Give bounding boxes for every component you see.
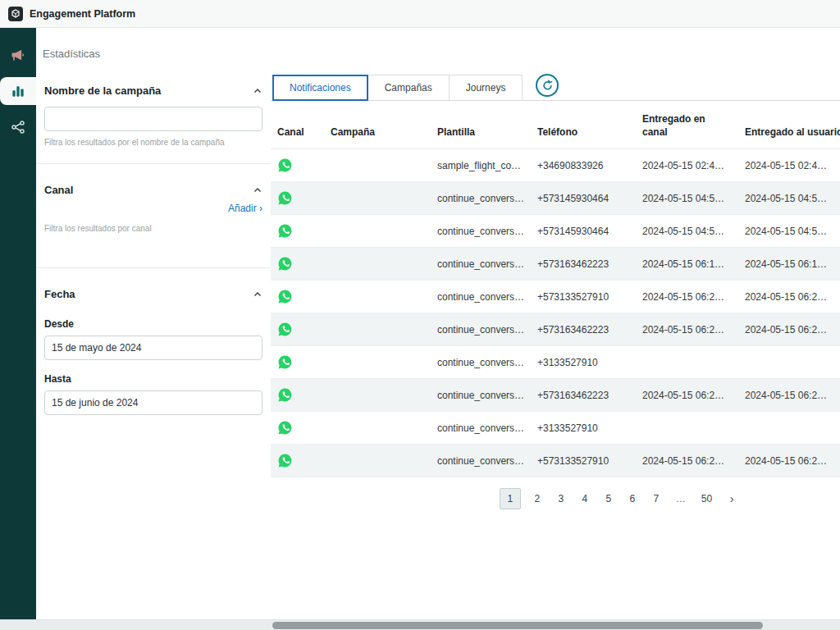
chevron-up-icon[interactable] xyxy=(253,86,262,96)
sidebar-item-journeys[interactable] xyxy=(0,113,36,141)
table-row[interactable]: continue_convers…+3133527910 xyxy=(271,412,840,445)
table-row[interactable]: continue_convers…+5731335279102024-05-15… xyxy=(271,445,840,477)
delivered-channel-cell xyxy=(636,412,738,445)
delivered-channel-cell xyxy=(636,346,738,379)
delivered-user-cell xyxy=(738,412,840,445)
campaign-cell xyxy=(324,313,431,346)
channel-cell xyxy=(271,215,324,248)
channel-label: Canal xyxy=(44,184,73,196)
filters-panel: Nombre de la campaña Filtra los resultad… xyxy=(36,60,271,630)
template-cell: continue_convers… xyxy=(431,215,531,248)
divider xyxy=(36,163,271,164)
template-cell: continue_convers… xyxy=(431,412,531,445)
template-cell: continue_convers… xyxy=(431,379,531,412)
delivered-channel-cell: 2024-05-15 02:4… xyxy=(636,149,738,182)
notifications-table: CanalCampañaPlantillaTeléfonoEntregado e… xyxy=(271,101,840,477)
page-50-button[interactable]: 50 xyxy=(698,489,715,509)
date-to-label: Hasta xyxy=(44,373,262,385)
whatsapp-icon xyxy=(277,420,293,436)
table-row[interactable]: continue_convers…+5731335279102024-05-15… xyxy=(271,281,840,313)
template-cell: continue_convers… xyxy=(431,248,531,281)
phone-cell: +573163462223 xyxy=(531,248,636,281)
page-6-button[interactable]: 6 xyxy=(625,489,640,509)
column-header: Entregado al usuario xyxy=(738,101,840,149)
template-cell: continue_convers… xyxy=(431,313,531,346)
campaign-cell xyxy=(324,412,431,445)
tab-journeys[interactable]: Journeys xyxy=(449,75,523,101)
template-cell: sample_flight_co… xyxy=(431,149,531,182)
column-header: Campaña xyxy=(324,101,431,149)
template-cell: continue_convers… xyxy=(431,281,531,313)
table-row[interactable]: continue_convers…+5731634622232024-05-15… xyxy=(271,248,840,281)
phone-cell: +573145930464 xyxy=(531,182,636,215)
whatsapp-icon xyxy=(277,190,293,206)
phone-cell: +3133527910 xyxy=(531,346,636,379)
engagement-platform-window: Engagement Platform xyxy=(0,0,840,630)
sidebar-item-statistics[interactable] xyxy=(0,77,36,105)
filter-section-date[interactable]: Fecha xyxy=(44,288,262,300)
campaign-cell xyxy=(324,379,431,412)
pagination-ellipsis: … xyxy=(673,489,689,509)
filter-section-campaign-name[interactable]: Nombre de la campaña xyxy=(44,84,262,97)
table-header-row: CanalCampañaPlantillaTeléfonoEntregado e… xyxy=(271,101,840,149)
tab-notificaciones[interactable]: Notificaciones xyxy=(272,75,368,101)
page-3-button[interactable]: 3 xyxy=(554,489,568,509)
column-header: Canal xyxy=(271,101,324,149)
whatsapp-icon xyxy=(277,387,293,403)
column-header: Teléfono xyxy=(531,101,636,149)
megaphone-icon xyxy=(10,47,26,63)
delivered-user-cell: 2024-05-15 02:4… xyxy=(738,149,840,182)
phone-cell: +3133527910 xyxy=(531,412,636,445)
table-row[interactable]: sample_flight_co…+346908339262024-05-15 … xyxy=(271,149,840,182)
page-title: Estadísticas xyxy=(36,28,840,60)
pagination: 1234567…50› xyxy=(335,487,840,509)
whatsapp-icon xyxy=(277,453,293,468)
sidebar xyxy=(0,28,36,630)
sidebar-item-campaigns[interactable] xyxy=(0,41,36,69)
campaign-name-input[interactable] xyxy=(44,107,262,131)
bar-chart-icon xyxy=(10,83,26,99)
page-4-button[interactable]: 4 xyxy=(578,489,592,509)
phone-cell: +573133527910 xyxy=(531,445,636,477)
journeys-flow-icon xyxy=(10,119,26,135)
delivered-user-cell xyxy=(738,346,840,379)
delivered-channel-cell: 2024-05-15 04:5… xyxy=(636,215,738,248)
channel-cell xyxy=(271,182,324,215)
filter-section-channel[interactable]: Canal xyxy=(44,184,262,196)
refresh-button[interactable] xyxy=(536,74,559,97)
add-channel-link[interactable]: Añadir › xyxy=(44,203,262,214)
scrollbar-thumb[interactable] xyxy=(272,622,763,629)
chevron-up-icon[interactable] xyxy=(253,290,262,299)
table-row[interactable]: continue_convers…+5731459304642024-05-15… xyxy=(271,182,840,215)
phone-cell: +573133527910 xyxy=(531,281,636,313)
table-row[interactable]: continue_convers…+5731634622232024-05-15… xyxy=(271,313,840,346)
table-row[interactable]: continue_convers…+5731459304642024-05-15… xyxy=(271,215,840,248)
next-page-button[interactable]: › xyxy=(724,487,739,509)
horizontal-scrollbar[interactable] xyxy=(0,619,840,630)
chevron-up-icon[interactable] xyxy=(253,185,262,195)
tabs-row: NotificacionesCampañasJourneys xyxy=(271,74,840,101)
phone-cell: +34690833926 xyxy=(531,149,636,182)
top-bar: Engagement Platform xyxy=(0,0,840,28)
table-row[interactable]: continue_convers…+5731634622232024-05-15… xyxy=(271,379,840,412)
channel-cell xyxy=(271,313,324,346)
page-7-button[interactable]: 7 xyxy=(649,489,664,509)
app-logo xyxy=(8,7,23,21)
page-5-button[interactable]: 5 xyxy=(601,489,616,509)
campaign-cell xyxy=(324,149,431,182)
delivered-channel-cell: 2024-05-15 06:1… xyxy=(636,248,738,281)
campaign-cell xyxy=(324,281,431,313)
delivered-user-cell: 2024-05-15 06:2… xyxy=(738,313,840,346)
channel-cell xyxy=(271,248,324,281)
template-cell: continue_convers… xyxy=(431,445,531,477)
date-to-input[interactable] xyxy=(44,390,262,415)
tab-campañas[interactable]: Campañas xyxy=(368,75,450,101)
table-row[interactable]: continue_convers…+3133527910 xyxy=(271,346,840,379)
phone-cell: +573163462223 xyxy=(531,313,636,346)
delivered-channel-cell: 2024-05-15 04:5… xyxy=(636,182,738,215)
date-from-input[interactable] xyxy=(44,336,262,360)
page-2-button[interactable]: 2 xyxy=(530,489,545,509)
page-1-button[interactable]: 1 xyxy=(500,488,521,509)
divider xyxy=(36,267,271,268)
delivered-channel-cell: 2024-05-15 06:2… xyxy=(636,281,738,313)
